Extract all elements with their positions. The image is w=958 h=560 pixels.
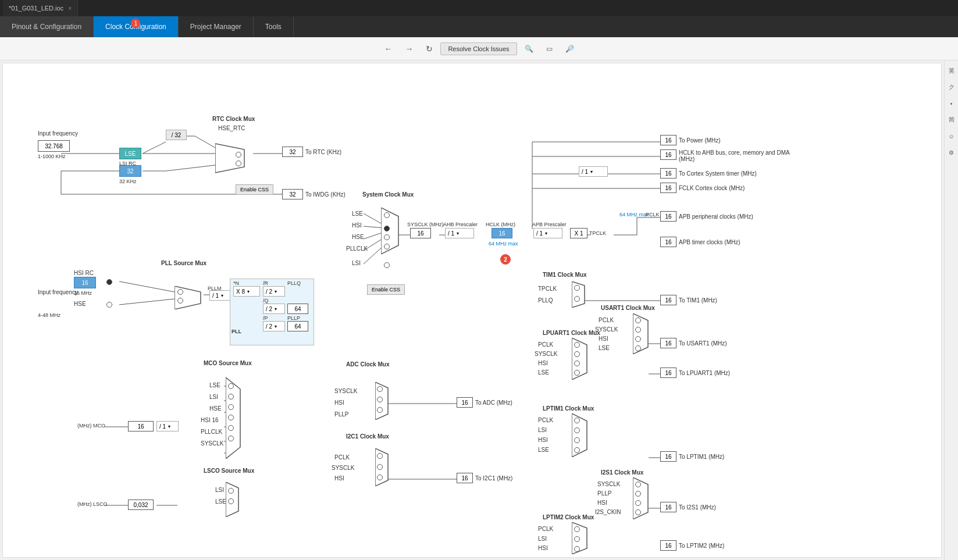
refresh-button[interactable]: ↻ bbox=[421, 41, 438, 56]
pll-source-radio-hsi[interactable] bbox=[177, 289, 183, 295]
zoom-out-button[interactable]: 🔎 bbox=[560, 42, 579, 56]
divQ-dropdown[interactable]: / 2 bbox=[263, 304, 285, 314]
hsi-val-box[interactable]: 16 bbox=[74, 277, 96, 288]
hse-radio[interactable] bbox=[106, 302, 112, 308]
sidebar-icon-3[interactable]: • bbox=[946, 98, 957, 109]
sysclk-mux-radio-hsi[interactable] bbox=[384, 226, 390, 231]
toolbar: ← → ↻ Resolve Clock Issues 🔍 ▭ 🔎 bbox=[0, 37, 958, 60]
tim1-mux-shape bbox=[572, 281, 588, 308]
sidebar-icon-2[interactable]: ク bbox=[946, 81, 957, 93]
pllq-label2: PLLQ bbox=[287, 280, 301, 286]
divP-dropdown[interactable]: / 2 bbox=[263, 321, 285, 331]
file-tab[interactable]: *01_G031_LED.ioc × bbox=[3, 0, 78, 16]
adc-radio-sysclk[interactable] bbox=[377, 386, 383, 392]
svg-line-29 bbox=[119, 281, 174, 292]
apb-prescaler-dropdown[interactable]: / 1 bbox=[533, 228, 562, 238]
lse-box[interactable]: LSE bbox=[119, 148, 141, 159]
tim1-out-box: 16 bbox=[660, 295, 676, 305]
lptim1-radio-lse[interactable] bbox=[574, 447, 580, 453]
usart1-radio-sysclk[interactable] bbox=[635, 327, 641, 333]
pll-source-radio-hse[interactable] bbox=[177, 298, 183, 304]
hsi-radio[interactable] bbox=[106, 279, 112, 285]
i2c1-label: To I2C1 (MHz) bbox=[475, 475, 512, 481]
lptim2-radio-lsi[interactable] bbox=[574, 536, 580, 542]
i2c1-radio-hsi[interactable] bbox=[377, 475, 383, 480]
file-tab-bar: *01_G031_LED.ioc × bbox=[0, 0, 958, 16]
lsco-label: (MHz) LSCO bbox=[77, 501, 108, 507]
mco-radio-lsi[interactable] bbox=[228, 394, 234, 400]
lptim2-radio-pclk[interactable] bbox=[574, 526, 580, 532]
resolve-clock-button[interactable]: Resolve Clock Issues bbox=[440, 42, 517, 55]
sidebar-icon-4[interactable]: 简 bbox=[946, 114, 957, 126]
sysclk-mux-radio-hse[interactable] bbox=[384, 234, 390, 240]
adc-radio-hsi[interactable] bbox=[377, 397, 383, 402]
tim1-radio-tpclk[interactable] bbox=[574, 285, 580, 291]
lpuart1-label: To LPUART1 (MHz) bbox=[679, 370, 730, 376]
lpuart1-radio-pclk[interactable] bbox=[574, 342, 580, 348]
sysclk-mux-radio-lse[interactable] bbox=[384, 212, 390, 218]
forward-button[interactable]: → bbox=[400, 41, 418, 56]
sysclk-mux-radio-pll[interactable] bbox=[384, 244, 390, 249]
tim1-radio-pllq[interactable] bbox=[574, 296, 580, 302]
lptim1-radio-pclk[interactable] bbox=[574, 418, 580, 423]
sysclk-mux-radio-lsi[interactable] bbox=[384, 262, 390, 268]
lptim1-radio-lsi[interactable] bbox=[574, 427, 580, 433]
xn-dropdown[interactable]: X 8 bbox=[233, 286, 260, 297]
lse-value-box[interactable]: 32.768 bbox=[38, 140, 70, 152]
mco-radio-hse[interactable] bbox=[228, 404, 234, 410]
lsi-rc-box[interactable]: 32 bbox=[119, 165, 141, 177]
divR-dropdown[interactable]: / 2 bbox=[263, 286, 285, 297]
mco-radio-lse[interactable] bbox=[228, 383, 234, 389]
back-button[interactable]: ← bbox=[379, 41, 397, 56]
i2s1-radio-i2sckin[interactable] bbox=[635, 509, 641, 515]
lptim1-radio-hsi[interactable] bbox=[574, 437, 580, 443]
usart1-radio-lse[interactable] bbox=[635, 345, 641, 351]
lsco-radio-lsi[interactable] bbox=[228, 488, 234, 494]
i2s1-radio-sysclk[interactable] bbox=[635, 481, 641, 487]
mco-radio-hsi16[interactable] bbox=[228, 415, 234, 420]
i2c1-radio-pclk[interactable] bbox=[377, 453, 383, 459]
expand-button[interactable]: ▭ bbox=[541, 42, 558, 56]
i2s1-radio-pllp[interactable] bbox=[635, 491, 641, 497]
lptim2-clock-mux-label: LPTIM2 Clock Mux bbox=[543, 514, 594, 520]
hclk-val-box[interactable]: 16 bbox=[492, 228, 512, 238]
lptim1-clock-mux-label: LPTIM1 Clock Mux bbox=[543, 405, 594, 412]
pclk-div-dropdown[interactable]: / 1 bbox=[579, 166, 608, 177]
tab-pinout[interactable]: Pinout & Configuration bbox=[0, 16, 94, 37]
close-icon[interactable]: × bbox=[68, 5, 72, 12]
pllclk-sm-label: PLLCLK bbox=[346, 245, 368, 252]
lptim2-radio-hsi[interactable] bbox=[574, 546, 580, 552]
mco-div-dropdown[interactable]: / 1 bbox=[156, 421, 179, 431]
lsco-radio-lse[interactable] bbox=[228, 498, 234, 504]
rtc-radio-lsi[interactable] bbox=[236, 160, 241, 166]
tim1-label: To TIM1 (MHz) bbox=[679, 297, 717, 304]
tab-clock[interactable]: 1 Clock Configuration bbox=[94, 16, 179, 37]
rtc-radio-lse[interactable] bbox=[236, 152, 241, 158]
svg-line-4 bbox=[195, 136, 215, 148]
mco-radio-sysclk[interactable] bbox=[228, 436, 234, 441]
lsco-out-box: 0,032 bbox=[128, 500, 154, 510]
sidebar-icon-1[interactable]: 英 bbox=[946, 65, 957, 77]
tab-project[interactable]: Project Manager bbox=[179, 16, 254, 37]
adc-radio-pllp[interactable] bbox=[377, 407, 383, 413]
canvas-area[interactable]: Input frequency 32.768 1-1000 KHz LSE LS… bbox=[2, 63, 942, 558]
i2s1-radio-hsi[interactable] bbox=[635, 500, 641, 506]
xn-label: *N bbox=[233, 280, 316, 286]
lpuart1-radio-lse[interactable] bbox=[574, 370, 580, 376]
sidebar-icon-5[interactable]: ☺ bbox=[946, 130, 957, 142]
tpclk-tim1-label: TPCLK bbox=[538, 286, 557, 292]
enable-css-2[interactable]: Enable CSS bbox=[367, 284, 405, 295]
sidebar-icon-6[interactable]: ⚙ bbox=[946, 147, 957, 158]
mco-radio-pllclk[interactable] bbox=[228, 425, 234, 431]
usart1-radio-pclk[interactable] bbox=[635, 318, 641, 323]
zoom-in-button[interactable]: 🔍 bbox=[519, 42, 539, 56]
usart1-radio-hsi[interactable] bbox=[635, 336, 641, 342]
lpuart1-radio-sysclk[interactable] bbox=[574, 351, 580, 357]
enable-css-1[interactable]: Enable CSS bbox=[236, 184, 273, 195]
apb-timer-box: 16 bbox=[660, 237, 676, 247]
i2c1-radio-sysclk[interactable] bbox=[377, 464, 383, 470]
lpuart1-radio-hsi[interactable] bbox=[574, 361, 580, 366]
tab-tools[interactable]: Tools bbox=[254, 16, 294, 37]
ahb-prescaler-dropdown[interactable]: / 1 bbox=[445, 228, 474, 238]
adc-out-box: 16 bbox=[457, 397, 473, 408]
